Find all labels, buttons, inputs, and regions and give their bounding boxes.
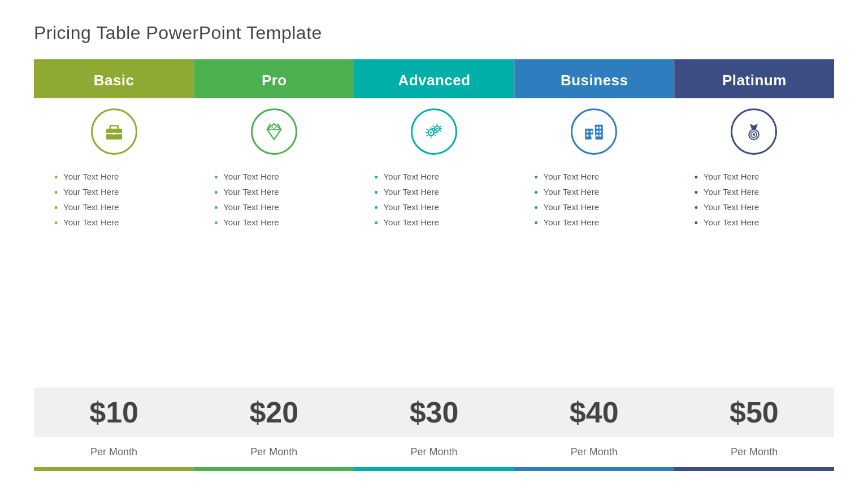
business-feature-2: Your Text Here (535, 187, 663, 197)
plan-pro-icon-area (194, 98, 354, 160)
basic-feature-3: Your Text Here (54, 202, 183, 212)
basic-feature-4: Your Text Here (54, 217, 183, 227)
svg-rect-21 (600, 127, 602, 129)
plan-pro-price-box: $20 (194, 387, 354, 437)
svg-point-13 (436, 128, 439, 130)
plan-pro-features: Your Text Here Your Text Here Your Text … (194, 160, 354, 376)
plan-business-price: $40 (570, 396, 619, 429)
plan-business-name: Business (561, 72, 628, 89)
plan-platinum-price: $50 (730, 396, 779, 429)
svg-point-11 (430, 132, 432, 134)
gears-icon (422, 120, 446, 143)
svg-point-29 (753, 133, 755, 136)
pro-feature-3: Your Text Here (214, 202, 342, 212)
plan-business-price-box: $40 (514, 387, 674, 437)
buildings-icon (582, 120, 606, 143)
basic-feature-2: Your Text Here (54, 187, 183, 197)
plan-basic-period: Per Month (34, 437, 194, 463)
advanced-feature-2: Your Text Here (374, 187, 502, 197)
svg-rect-3 (112, 133, 116, 135)
svg-rect-23 (600, 130, 602, 133)
plan-business-header: Business (514, 59, 674, 98)
diamond-icon (262, 120, 286, 143)
platinum-feature-3: Your Text Here (695, 202, 823, 212)
plan-advanced-icon-area (354, 98, 514, 160)
svg-rect-17 (591, 130, 593, 133)
plan-pro: Pro Your Text Here Your Text Here Your T… (194, 59, 354, 471)
business-feature-4: Your Text Here (535, 217, 663, 227)
plan-basic-icon-circle (91, 108, 137, 155)
platinum-feature-4: Your Text Here (695, 217, 823, 227)
plan-basic-header: Basic (34, 59, 194, 98)
plan-pro-name: Pro (262, 72, 287, 89)
plan-basic-features: Your Text Here Your Text Here Your Text … (34, 160, 194, 376)
business-feature-1: Your Text Here (535, 172, 663, 181)
pricing-table: Basic Your Text Here Your Text Here Your… (34, 59, 834, 471)
plan-platinum-icon-area (674, 98, 834, 160)
svg-rect-22 (597, 130, 599, 133)
plan-business: Business (514, 59, 674, 471)
plan-business-period: Per Month (514, 437, 674, 463)
platinum-feature-1: Your Text Here (695, 172, 823, 181)
svg-rect-20 (597, 127, 599, 129)
plan-business-features: Your Text Here Your Text Here Your Text … (514, 160, 674, 376)
pro-feature-4: Your Text Here (214, 217, 342, 227)
platinum-feature-2: Your Text Here (695, 187, 823, 197)
svg-rect-25 (600, 134, 602, 137)
plan-basic: Basic Your Text Here Your Text Here Your… (34, 59, 194, 471)
svg-rect-15 (595, 125, 603, 140)
plan-platinum-features: Your Text Here Your Text Here Your Text … (674, 160, 834, 376)
pro-feature-2: Your Text Here (214, 187, 342, 197)
plan-pro-header: Pro (194, 59, 354, 98)
svg-rect-16 (587, 130, 589, 133)
plan-pro-icon-circle (251, 108, 297, 155)
plan-basic-price: $10 (89, 396, 138, 429)
plan-basic-icon-area (34, 98, 194, 160)
basic-feature-1: Your Text Here (54, 172, 183, 181)
plan-platinum-period: Per Month (674, 437, 834, 463)
page-title: Pricing Table PowerPoint Template (34, 23, 834, 43)
plan-business-bar (514, 467, 674, 471)
plan-advanced-price: $30 (410, 396, 459, 429)
plan-advanced-header: Advanced (354, 59, 514, 98)
advanced-feature-1: Your Text Here (374, 172, 502, 181)
plan-basic-bar (34, 467, 194, 471)
plan-platinum: Platinum Your Text Here Your Text Here Y… (674, 59, 834, 471)
plan-platinum-bar (674, 467, 834, 471)
plan-advanced-icon-circle (411, 108, 457, 155)
plan-platinum-price-box: $50 (674, 387, 834, 437)
plan-platinum-name: Platinum (722, 72, 787, 89)
plan-advanced-features: Your Text Here Your Text Here Your Text … (354, 160, 514, 376)
plan-advanced-price-box: $30 (354, 387, 514, 437)
plan-pro-price: $20 (249, 396, 298, 429)
business-feature-3: Your Text Here (535, 202, 663, 212)
plan-platinum-icon-circle (731, 108, 777, 155)
plan-advanced-name: Advanced (398, 72, 470, 89)
svg-rect-18 (587, 134, 589, 137)
medal-icon (742, 120, 766, 143)
advanced-feature-3: Your Text Here (374, 202, 502, 212)
plan-pro-bar (194, 467, 354, 471)
plan-basic-name: Basic (94, 72, 134, 89)
svg-rect-24 (597, 134, 599, 137)
advanced-feature-4: Your Text Here (374, 217, 502, 227)
plan-advanced-bar (354, 467, 514, 471)
pro-feature-1: Your Text Here (214, 172, 342, 181)
plan-basic-price-box: $10 (34, 387, 194, 437)
svg-rect-26 (592, 134, 596, 140)
plan-advanced: Advanced Your Text Here Your Text Here Y… (354, 59, 514, 471)
plan-pro-period: Per Month (194, 437, 354, 463)
plan-business-icon-area (514, 98, 674, 160)
plan-advanced-period: Per Month (354, 437, 514, 463)
briefcase-icon (102, 120, 126, 143)
plan-platinum-header: Platinum (674, 59, 834, 98)
svg-rect-1 (110, 126, 118, 130)
plan-business-icon-circle (571, 108, 617, 155)
